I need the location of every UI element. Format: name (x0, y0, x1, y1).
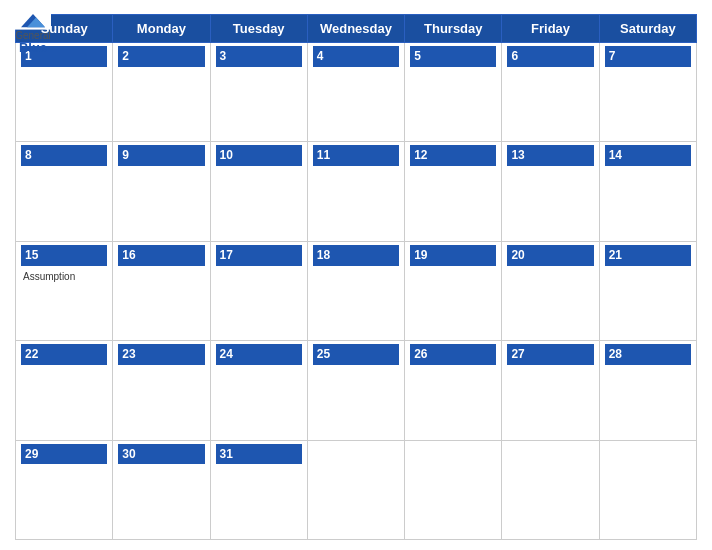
day-number: 16 (118, 245, 204, 266)
day-number: 19 (410, 245, 496, 266)
day-number: 25 (313, 344, 399, 365)
day-number: 3 (216, 46, 302, 67)
week-row-4: 22232425262728 (16, 341, 697, 440)
day-number: 4 (313, 46, 399, 67)
day-number: 10 (216, 145, 302, 166)
day-cell: 31 (210, 440, 307, 539)
day-number: 21 (605, 245, 691, 266)
day-cell (502, 440, 599, 539)
day-number: 9 (118, 145, 204, 166)
day-number: 14 (605, 145, 691, 166)
weekday-header-row: SundayMondayTuesdayWednesdayThursdayFrid… (16, 15, 697, 43)
day-number: 17 (216, 245, 302, 266)
day-number: 18 (313, 245, 399, 266)
day-cell: 25 (307, 341, 404, 440)
day-cell: 11 (307, 142, 404, 241)
day-number: 20 (507, 245, 593, 266)
logo: General Blue (15, 10, 51, 55)
day-number: 8 (21, 145, 107, 166)
day-cell: 24 (210, 341, 307, 440)
day-cell: 27 (502, 341, 599, 440)
day-number: 30 (118, 444, 204, 465)
day-cell (307, 440, 404, 539)
day-cell: 21 (599, 241, 696, 340)
day-number: 5 (410, 46, 496, 67)
event-label: Assumption (21, 269, 77, 282)
day-cell: 20 (502, 241, 599, 340)
day-number: 29 (21, 444, 107, 465)
day-number: 28 (605, 344, 691, 365)
day-cell: 14 (599, 142, 696, 241)
logo-blue: Blue (19, 41, 47, 55)
day-cell: 28 (599, 341, 696, 440)
day-cell: 2 (113, 43, 210, 142)
day-number: 23 (118, 344, 204, 365)
day-number: 6 (507, 46, 593, 67)
weekday-header-thursday: Thursday (405, 15, 502, 43)
weekday-header-tuesday: Tuesday (210, 15, 307, 43)
day-cell: 12 (405, 142, 502, 241)
day-cell: 6 (502, 43, 599, 142)
weekday-header-monday: Monday (113, 15, 210, 43)
logo-icon (15, 10, 51, 30)
weekday-header-saturday: Saturday (599, 15, 696, 43)
day-number: 31 (216, 444, 302, 465)
day-cell (599, 440, 696, 539)
weekday-header-friday: Friday (502, 15, 599, 43)
week-row-2: 891011121314 (16, 142, 697, 241)
week-row-1: 1234567 (16, 43, 697, 142)
day-cell: 15Assumption (16, 241, 113, 340)
day-cell: 8 (16, 142, 113, 241)
day-number: 22 (21, 344, 107, 365)
day-cell: 19 (405, 241, 502, 340)
day-number: 12 (410, 145, 496, 166)
day-number: 27 (507, 344, 593, 365)
day-cell: 23 (113, 341, 210, 440)
day-number: 26 (410, 344, 496, 365)
day-cell: 13 (502, 142, 599, 241)
day-cell: 4 (307, 43, 404, 142)
day-cell (405, 440, 502, 539)
day-number: 15 (21, 245, 107, 266)
day-cell: 26 (405, 341, 502, 440)
day-number: 24 (216, 344, 302, 365)
weekday-header-wednesday: Wednesday (307, 15, 404, 43)
day-cell: 1 (16, 43, 113, 142)
day-cell: 29 (16, 440, 113, 539)
day-cell: 9 (113, 142, 210, 241)
day-cell: 17 (210, 241, 307, 340)
day-cell: 7 (599, 43, 696, 142)
day-cell: 5 (405, 43, 502, 142)
day-cell: 3 (210, 43, 307, 142)
day-cell: 18 (307, 241, 404, 340)
day-number: 7 (605, 46, 691, 67)
day-number: 13 (507, 145, 593, 166)
day-cell: 30 (113, 440, 210, 539)
day-cell: 10 (210, 142, 307, 241)
day-cell: 22 (16, 341, 113, 440)
day-number: 2 (118, 46, 204, 67)
week-row-5: 293031 (16, 440, 697, 539)
week-row-3: 15Assumption161718192021 (16, 241, 697, 340)
day-number: 11 (313, 145, 399, 166)
calendar-table: SundayMondayTuesdayWednesdayThursdayFrid… (15, 14, 697, 540)
day-cell: 16 (113, 241, 210, 340)
